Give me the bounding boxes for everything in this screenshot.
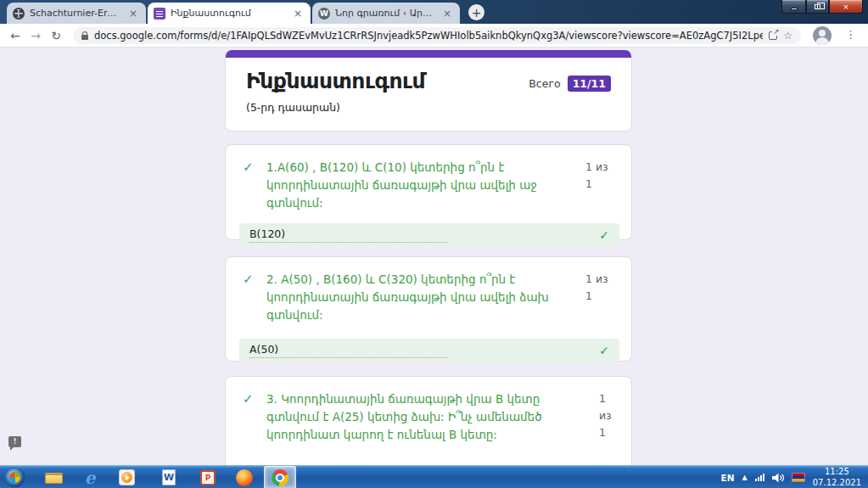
- network-icon[interactable]: [755, 474, 764, 481]
- back-button[interactable]: ←: [5, 29, 25, 42]
- hidden-icons-arrow[interactable]: ▲: [742, 474, 748, 481]
- answer-field[interactable]: B(120) ✓: [239, 223, 619, 248]
- total-score-label: Всего: [529, 77, 560, 90]
- total-score-badge: 11/11: [568, 76, 611, 92]
- browser-titlebar: Schachturnier-Ergebnisserver Ch × Ինքնաս…: [0, 0, 868, 24]
- question-card-1: ✓ 1.A(60) , B(120) և C(10) կետերից ո՞րն …: [225, 144, 632, 240]
- taskbar-chrome-active[interactable]: [264, 466, 296, 488]
- report-abuse-icon[interactable]: [8, 436, 21, 447]
- answer-value: B(120): [249, 227, 447, 243]
- profile-avatar[interactable]: [813, 26, 832, 45]
- forward-button[interactable]: →: [25, 29, 46, 42]
- form-theme-bar: [226, 50, 631, 58]
- tab-title: Նոր գրառում ‹ Արևն Մնացակյա: [335, 8, 435, 19]
- address-bar[interactable]: docs.google.com/forms/d/e/1FAIpQLSdWZEvM…: [73, 27, 801, 44]
- question-points: 1 из 1: [585, 271, 618, 324]
- wordpress-icon: W: [318, 8, 330, 20]
- word-icon: W: [162, 469, 176, 485]
- taskbar-clock[interactable]: 11:25 07.12.2021: [813, 467, 861, 488]
- taskbar-explorer[interactable]: [37, 466, 70, 488]
- firefox-icon: [236, 469, 253, 486]
- close-icon: ×: [843, 3, 849, 11]
- taskbar-firefox[interactable]: [228, 466, 260, 488]
- minimize-icon: [791, 8, 798, 10]
- share-icon[interactable]: [769, 31, 777, 40]
- question-points: 1 из 1: [599, 390, 618, 444]
- correct-check-icon: ✓: [243, 159, 257, 212]
- media-player-icon: [119, 469, 135, 485]
- question-text: 3. Կոորդինատային ճառագայթի վրա B կետը գտ…: [266, 390, 592, 444]
- tab-wordpress[interactable]: W Նոր գրառում ‹ Արևն Մնացակյա ×: [312, 3, 460, 24]
- star-bookmark-icon[interactable]: ☆: [783, 30, 792, 42]
- system-tray: EN ▲ 11:25 07.12.2021: [721, 466, 868, 488]
- google-forms-icon: [154, 8, 165, 20]
- tab-forms-active[interactable]: Ինքնաստուգում ×: [148, 3, 311, 24]
- answer-correct-icon: ✓: [599, 228, 609, 242]
- reload-button[interactable]: ↻: [46, 29, 66, 42]
- chrome-icon: [272, 469, 288, 486]
- volume-icon[interactable]: [772, 473, 784, 483]
- restore-button[interactable]: [806, 0, 829, 14]
- correct-check-icon: ✓: [243, 271, 257, 324]
- close-window-button[interactable]: ×: [829, 0, 863, 14]
- tab-schachturnier[interactable]: Schachturnier-Ergebnisserver Ch ×: [7, 3, 146, 24]
- page-title: Ինքնաստուգում: [246, 69, 425, 93]
- taskbar-word[interactable]: W: [153, 466, 185, 488]
- taskbar-powerpoint[interactable]: P: [192, 466, 224, 488]
- url-text[interactable]: docs.google.com/forms/d/e/1FAIpQLSdWZEvM…: [94, 30, 763, 42]
- new-tab-button[interactable]: +: [468, 4, 484, 20]
- lock-icon: [81, 35, 88, 40]
- form-subtitle: (5-րդ դասարան): [246, 101, 611, 114]
- question-card-3: ✓ 3. Կոորդինատային ճառագայթի վրա B կետը …: [225, 376, 632, 465]
- forms-viewscore-page: Ինքնաստուգում Всего 11/11 (5-րդ դասարան)…: [0, 48, 868, 465]
- close-icon[interactable]: ×: [440, 8, 454, 20]
- correct-check-icon: ✓: [243, 390, 257, 444]
- start-button[interactable]: [5, 468, 25, 487]
- minimize-button[interactable]: [781, 0, 806, 14]
- restore-icon: [815, 4, 820, 9]
- question-text: 2. A(50) , B(160) և C(320) կետերից ո՞րն …: [266, 271, 579, 324]
- tab-title: Schachturnier-Ergebnisserver Ch: [30, 8, 121, 19]
- close-icon[interactable]: ×: [291, 8, 305, 20]
- question-points: 1 из 1: [585, 159, 618, 212]
- armenian-flag-icon[interactable]: [792, 473, 805, 482]
- answer-field[interactable]: A(50) ✓: [239, 339, 619, 363]
- internet-explorer-icon: e: [85, 469, 96, 486]
- taskbar-media-player[interactable]: [110, 466, 143, 488]
- form-header-card: Ինքնաստուգում Всего 11/11 (5-րդ դասարան): [225, 50, 632, 132]
- windows-taskbar: e W P EN ▲ 11:25 07.12.2021: [0, 465, 868, 488]
- window-controls: ×: [781, 0, 863, 14]
- question-card-2: ✓ 2. A(50) , B(160) և C(320) կետերից ո՞ր…: [225, 256, 632, 362]
- clock-time: 11:25: [813, 467, 861, 478]
- taskbar-internet-explorer[interactable]: e: [74, 466, 106, 488]
- answer-value: A(50): [249, 343, 447, 358]
- answer-correct-icon: ✓: [599, 344, 609, 357]
- windows-logo-icon: [9, 472, 20, 483]
- globe-icon: [13, 8, 25, 20]
- folder-icon: [45, 471, 63, 484]
- tab-title: Ինքնաստուգում: [171, 8, 286, 19]
- language-indicator[interactable]: EN: [721, 473, 735, 483]
- close-icon[interactable]: ×: [126, 8, 140, 20]
- question-text: 1.A(60) , B(120) և C(10) կետերից ո՞րն է …: [266, 159, 579, 212]
- browser-menu-icon[interactable]: ⋮: [845, 28, 856, 41]
- powerpoint-icon: P: [200, 470, 216, 485]
- desktop-screen: Schachturnier-Ergebnisserver Ch × Ինքնաս…: [0, 0, 868, 488]
- browser-toolbar: ← → ↻ docs.google.com/forms/d/e/1FAIpQLS…: [0, 24, 868, 48]
- clock-date: 07.12.2021: [813, 478, 861, 488]
